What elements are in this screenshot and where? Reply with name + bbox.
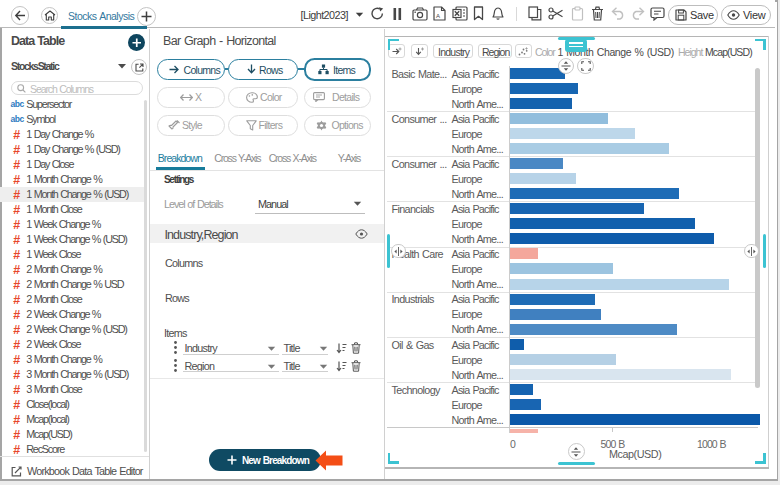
svg-text:A: A (436, 13, 440, 19)
